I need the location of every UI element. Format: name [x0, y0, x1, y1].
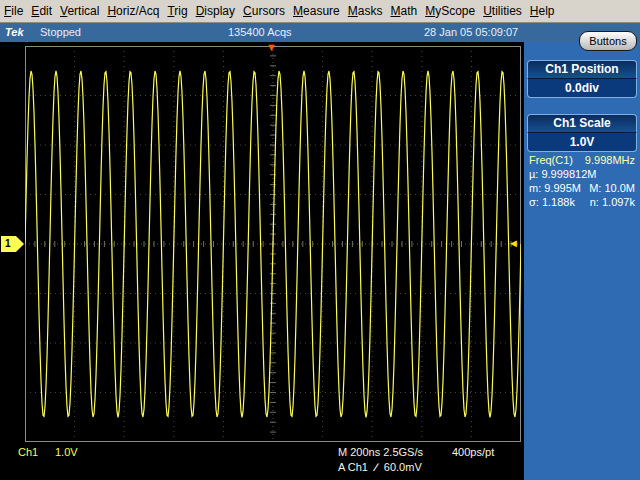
menu-item-masks[interactable]: Masks	[344, 4, 387, 18]
menu-item-horizacq[interactable]: Horiz/Acq	[103, 4, 163, 18]
acquisition-count: 135400 Acqs	[228, 26, 292, 38]
side-control-panel: Ch1 Position 0.0div Ch1 Scale 1.0V Freq(…	[524, 42, 640, 480]
buttons-button[interactable]: Buttons	[579, 31, 637, 51]
trigger-level-icon[interactable]: ◄	[508, 237, 519, 249]
measurement-readouts: Freq(C1) 9.998MHz µ: 9.999812M m: 9.995M…	[529, 154, 635, 210]
timebase-readout: M 200ns 2.5GS/s	[338, 446, 423, 458]
ch1-position-value[interactable]: 0.0div	[527, 78, 637, 98]
mean-readout: µ: 9.999812M	[529, 168, 597, 180]
status-bar: Tek Stopped 135400 Acqs 28 Jan 05 05:09:…	[0, 23, 640, 42]
trigger-position-icon[interactable]: ▼	[266, 42, 277, 52]
ch1-ground-marker[interactable]: 1	[1, 236, 24, 252]
waveform-display-area: 1 ▼ ◄ Ch1 1.0V M 200ns 2.5GS/s 400ps/pt …	[0, 42, 524, 480]
menu-item-help[interactable]: Help	[526, 4, 559, 18]
trigger-source-label: A Ch1	[338, 461, 368, 473]
tek-logo: Tek	[5, 26, 24, 38]
ch1-position-panel: Ch1 Position 0.0div	[527, 60, 637, 98]
menu-item-myscope[interactable]: MyScope	[421, 4, 479, 18]
menu-item-utilities[interactable]: Utilities	[479, 4, 526, 18]
sample-count-readout: n: 1.097k	[590, 196, 635, 208]
rising-edge-icon: ∕	[375, 461, 377, 473]
menu-item-trig[interactable]: Trig	[163, 4, 191, 18]
graticule	[25, 46, 521, 442]
min-readout: m: 9.995M	[529, 182, 581, 194]
trigger-readout: A Ch1 ∕ 60.0mV	[338, 461, 422, 473]
ch1-scale-value[interactable]: 1.0V	[527, 132, 637, 152]
ch1-scale-title: Ch1 Scale	[527, 114, 637, 132]
ch1-position-title: Ch1 Position	[527, 60, 637, 78]
ch1-readout-scale: 1.0V	[55, 446, 78, 458]
menu-item-math[interactable]: Math	[386, 4, 421, 18]
ch1-scale-panel: Ch1 Scale 1.0V	[527, 114, 637, 152]
max-readout: M: 10.0M	[589, 182, 635, 194]
stddev-readout: σ: 1.188k	[529, 196, 575, 208]
menu-item-cursors[interactable]: Cursors	[239, 4, 289, 18]
menu-item-measure[interactable]: Measure	[289, 4, 344, 18]
menu-item-edit[interactable]: Edit	[27, 4, 56, 18]
menu-item-vertical[interactable]: Vertical	[56, 4, 103, 18]
datetime-readout: 28 Jan 05 05:09:07	[424, 26, 518, 38]
menu-bar: FileEditVerticalHoriz/AcqTrigDisplayCurs…	[0, 0, 640, 23]
menu-item-display[interactable]: Display	[192, 4, 239, 18]
trigger-level-value: 60.0mV	[384, 461, 422, 473]
freq-measurement-value: 9.998MHz	[585, 154, 635, 166]
acquisition-state: Stopped	[40, 26, 81, 38]
resolution-readout: 400ps/pt	[452, 446, 494, 458]
menu-item-file[interactable]: File	[0, 4, 27, 18]
ch1-readout-label: Ch1	[18, 446, 38, 458]
graticule-container	[25, 46, 521, 442]
freq-measurement-label: Freq(C1)	[529, 154, 573, 166]
